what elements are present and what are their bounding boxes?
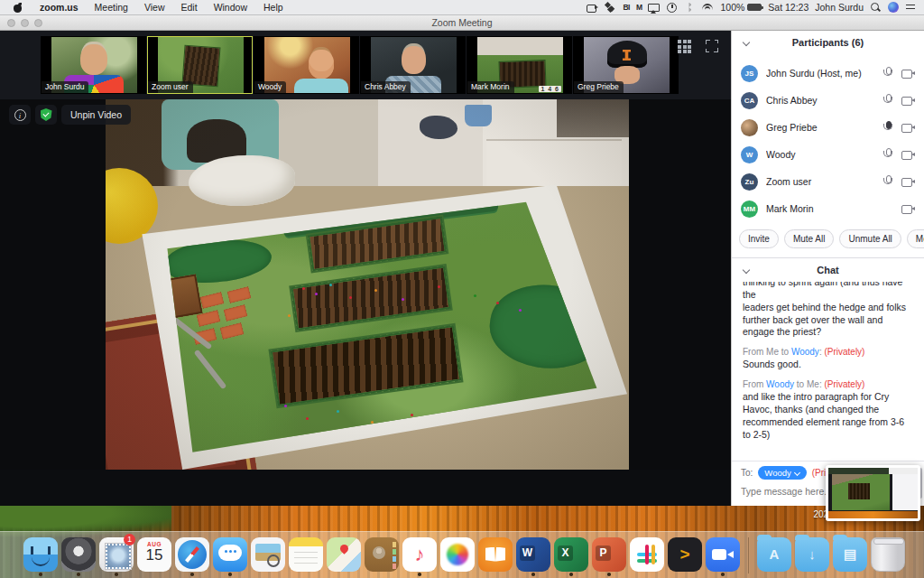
chat-recipient[interactable]: Woody <box>791 347 819 357</box>
meeting-info-button[interactable]: i <box>9 105 31 125</box>
menu-bar-left: zoom.usMeetingViewEditWindowHelp <box>0 0 291 15</box>
dock-icon-plex[interactable]: > <box>668 536 702 575</box>
participant-camera-icon[interactable] <box>901 96 915 105</box>
screenshot-filename[interactable]: 2020-0...48.49 <box>0 509 872 519</box>
dock-icon-maps[interactable] <box>327 536 361 575</box>
dock-icon-settings[interactable] <box>61 536 96 575</box>
chat-message: From Me to Woody: (Privately)Sounds good… <box>743 347 913 371</box>
thumbnail-name-label: Greg Priebe <box>574 81 624 93</box>
unmute-all-button[interactable]: Unmute All <box>839 229 901 248</box>
participant-mic-icon[interactable] <box>883 94 892 107</box>
participant-row[interactable]: CAChris Abbey <box>732 87 924 114</box>
dock-icon-folder-apps[interactable]: A <box>757 536 791 575</box>
video-thumbnail-mark-morin[interactable]: 1 4 6Mark Morin <box>467 36 572 94</box>
collapse-chat-icon[interactable] <box>743 266 750 274</box>
invite-button[interactable]: Invite <box>739 229 779 248</box>
security-shield-button[interactable] <box>35 105 57 125</box>
pinned-video-feed <box>106 99 629 470</box>
participant-row[interactable]: ZuZoom user <box>732 168 924 195</box>
dock-icon-slack[interactable] <box>630 536 664 575</box>
dock-icon-calendar[interactable]: AUG15 <box>137 536 171 575</box>
participant-mic-icon[interactable] <box>883 67 892 79</box>
chat-sender[interactable]: Woody <box>766 379 794 389</box>
chat-message-list[interactable]: thinking to sprint again (and thus have … <box>732 282 924 461</box>
menu-item-zoomus[interactable]: zoom.us <box>32 2 87 13</box>
menu-item-window[interactable]: Window <box>206 2 255 13</box>
chat-recipient[interactable]: Me <box>807 379 819 389</box>
participant-row[interactable]: Greg Priebe <box>732 114 924 141</box>
folder-apps-app-icon: A <box>757 537 791 572</box>
recipient-select[interactable]: Woody <box>758 466 806 480</box>
video-thumbnail-john-surdu[interactable]: John Surdu <box>41 36 146 94</box>
dock-icon-excel[interactable]: X <box>554 536 588 575</box>
dock-icon-trash[interactable] <box>871 536 905 575</box>
bi-menu-icon[interactable]: BI <box>623 2 630 14</box>
zoom-camera-status-icon[interactable] <box>587 2 598 14</box>
chat-sender[interactable]: Me <box>766 347 779 357</box>
gallery-view-icon[interactable] <box>678 40 691 53</box>
more-button[interactable]: More <box>907 229 924 248</box>
participant-camera-icon[interactable] <box>901 123 915 132</box>
mute-all-button[interactable]: Mute All <box>784 229 835 248</box>
time-machine-icon[interactable] <box>666 2 678 14</box>
participant-row[interactable]: JSJohn Surdu (Host, me) <box>732 60 924 87</box>
maps-app-icon <box>327 537 361 572</box>
participant-camera-icon[interactable] <box>901 69 915 78</box>
menu-item-help[interactable]: Help <box>255 2 291 13</box>
dock-icon-word[interactable]: W <box>516 536 550 575</box>
video-thumbnail-zoom-user[interactable]: Zoom user <box>147 36 253 94</box>
dock-icon-folder-docs[interactable]: ▤ <box>833 536 867 575</box>
video-thumbnail-greg-priebe[interactable]: Greg Priebe <box>573 36 679 94</box>
dock-icon-music[interactable] <box>402 536 437 575</box>
dock-icon-preview[interactable] <box>251 536 285 575</box>
collapse-participants-icon[interactable] <box>743 39 750 46</box>
participant-camera-icon[interactable] <box>901 204 915 213</box>
dock-icon-books[interactable] <box>478 536 513 575</box>
airplay-icon[interactable] <box>648 2 660 14</box>
menu-item-meeting[interactable]: Meeting <box>87 2 136 13</box>
participant-mic-icon[interactable] <box>883 121 892 134</box>
dock-icon-folder-downloads[interactable]: ↓ <box>795 536 829 575</box>
participant-camera-icon[interactable] <box>901 150 915 159</box>
participant-camera-icon[interactable] <box>901 177 915 186</box>
dock-icon-messages[interactable] <box>213 536 247 575</box>
running-indicator-dot <box>39 573 42 576</box>
notification-center-icon[interactable] <box>905 2 917 14</box>
video-thumbnail-chris-abbey[interactable]: Chris Abbey <box>360 36 466 94</box>
participants-panel-title: Participants (6) <box>792 37 864 48</box>
siri-icon[interactable] <box>888 2 899 13</box>
wifi-icon[interactable] <box>702 2 714 14</box>
dropbox-icon[interactable] <box>605 2 616 14</box>
chat-privately-tag: (Privately) <box>824 379 864 389</box>
m-menu-icon[interactable]: M <box>636 2 642 14</box>
dock-icon-finder[interactable] <box>23 536 58 575</box>
battery-indicator[interactable]: 100% <box>720 2 762 13</box>
apple-menu-icon[interactable] <box>13 3 23 13</box>
menu-user-name[interactable]: John Surdu <box>815 2 864 13</box>
screenshot-preview-image <box>828 468 918 518</box>
folder-downloads-app-icon: ↓ <box>795 537 829 572</box>
participant-mic-icon[interactable] <box>883 148 892 161</box>
menu-item-view[interactable]: View <box>136 2 173 13</box>
video-thumbnail-woody[interactable]: Woody <box>254 36 359 94</box>
screenshot-preview-thumbnail[interactable] <box>826 465 920 521</box>
dock-icon-powerpoint[interactable]: P <box>592 536 626 575</box>
dock-icon-mail[interactable]: 1 <box>99 536 134 575</box>
menu-item-edit[interactable]: Edit <box>173 2 206 13</box>
bluetooth-icon[interactable] <box>684 2 696 14</box>
calendar-day-label: 15 <box>137 547 171 563</box>
participant-row[interactable]: MMMark Morin <box>732 195 924 222</box>
participant-row[interactable]: WWoody <box>732 141 924 168</box>
participant-mic-icon[interactable] <box>883 175 892 188</box>
avatar: W <box>741 146 758 163</box>
running-indicator-dot <box>190 573 194 576</box>
spotlight-search-icon[interactable] <box>870 2 882 14</box>
fullscreen-icon[interactable] <box>706 40 718 52</box>
menu-clock[interactable]: Sat 12:23 <box>768 2 808 13</box>
dock-icon-zoom[interactable] <box>706 536 740 575</box>
dock-icon-photos[interactable] <box>440 536 475 575</box>
dock-icon-notes[interactable] <box>289 536 323 575</box>
dock-icon-safari[interactable] <box>175 536 209 575</box>
dock-icon-contacts[interactable] <box>365 536 399 575</box>
unpin-video-button[interactable]: Unpin Video <box>61 105 131 125</box>
